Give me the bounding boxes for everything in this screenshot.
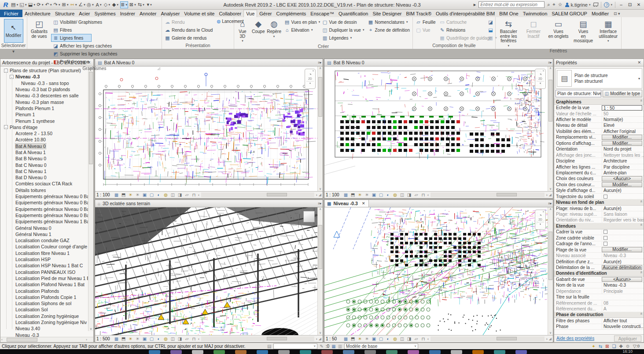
close-icon[interactable]: ✕ bbox=[637, 60, 642, 65]
tree-item[interactable]: Bat B Niveau 0 bbox=[0, 155, 93, 162]
tree-item[interactable]: Plans d'étage bbox=[0, 124, 93, 130]
property-row[interactable]: Titre sur la feuille bbox=[554, 294, 644, 300]
tree-item[interactable]: Niveau -0.3 bbox=[0, 74, 93, 80]
property-row[interactable]: Affichage des jonc... Nettoyer toutes le… bbox=[554, 152, 644, 158]
property-button[interactable]: Modifier... bbox=[602, 135, 642, 140]
hide-analytical-model-icon[interactable]: ▱ bbox=[413, 192, 419, 197]
text-icon[interactable]: A▼ bbox=[95, 1, 103, 8]
design-options-combo[interactable]: Modèle de base∨ bbox=[344, 343, 418, 349]
worksets-icon[interactable]: ▤ bbox=[267, 344, 271, 349]
tree-item[interactable]: Niveau -0.3 - sans topo bbox=[0, 80, 93, 86]
taskbar-app-icon[interactable] bbox=[192, 350, 203, 354]
ribbon-tab[interactable]: Fichier bbox=[0, 10, 22, 17]
legends-icon[interactable]: ▥Légendes▼ bbox=[320, 34, 365, 42]
default-3d-view-icon[interactable]: ◇▼ bbox=[103, 1, 111, 8]
tree-item[interactable]: Bat A Niveau 0 bbox=[0, 143, 93, 149]
switch-windows-icon[interactable]: ⇆▼ bbox=[137, 1, 145, 8]
switch-windows-icon[interactable]: ⇆ Basculer entre les fenêtres ▼ bbox=[497, 18, 521, 48]
3d-canvas[interactable] bbox=[95, 207, 317, 335]
thin-lines-icon[interactable]: ≣Lignes fines bbox=[51, 34, 92, 42]
shadows-icon[interactable]: ☀ bbox=[364, 192, 370, 197]
property-row[interactable]: Orientation du niv... Regarder vers le b… bbox=[554, 218, 644, 223]
checkbox[interactable] bbox=[604, 230, 607, 234]
ribbon-tab[interactable]: BIM Track® bbox=[404, 10, 434, 17]
ribbon-tab[interactable]: Systèmes bbox=[92, 10, 118, 17]
property-row[interactable]: Orientation Nord du projet Nord du proje… bbox=[554, 147, 644, 152]
tree-item[interactable]: Equipements généraux Niveau 0 Ba bbox=[0, 199, 93, 206]
taskbar-app-icon[interactable] bbox=[343, 350, 354, 354]
crop-view-icon[interactable]: ▣ bbox=[142, 192, 147, 197]
collapse-icon[interactable] bbox=[4, 125, 8, 129]
ribbon-tab[interactable]: Compléments bbox=[274, 10, 308, 17]
tree-item[interactable]: Niveau -0.3 descentes en salle bbox=[0, 92, 93, 99]
taskbar-app-icon[interactable] bbox=[515, 350, 527, 354]
modify-button[interactable]: ↖ Modifier bbox=[4, 19, 23, 43]
ribbon-tab[interactable]: Annoter bbox=[137, 10, 159, 17]
property-row[interactable]: Choix des couleur... Modifier... Modifie… bbox=[554, 182, 644, 188]
view-menu-icon[interactable]: ≡▾ bbox=[548, 202, 553, 206]
temporary-hide-isolate-icon[interactable]: ◐ bbox=[156, 336, 162, 341]
property-row[interactable]: Niveau de détail Elevé Elevé bbox=[554, 123, 644, 129]
property-row[interactable]: Filtre des phases Afficher tout Afficher… bbox=[554, 318, 644, 324]
plan-canvas[interactable] bbox=[324, 66, 548, 191]
viewport-horizontal-scrollbar[interactable] bbox=[201, 336, 314, 341]
property-row[interactable]: Remplacements vi... Modifier... Modifier… bbox=[554, 135, 644, 140]
drawing-area[interactable]: ✕◔2D▾ ∧∨ bbox=[324, 66, 553, 191]
scroll-left-icon[interactable]: ‹ bbox=[427, 337, 429, 341]
view-menu-icon[interactable]: ≡▾ bbox=[548, 61, 553, 65]
view-3d-icon[interactable]: ⌂ Vue 3D ▼ bbox=[235, 18, 250, 44]
property-row[interactable]: Etendues bbox=[554, 223, 644, 229]
property-row[interactable]: Nom de la vue Niveau -0.3 Niveau -0.3 bbox=[554, 283, 644, 288]
show-hidden-lines-icon[interactable]: ◪Afficher les lignes cachées bbox=[51, 42, 92, 50]
main-model-icon[interactable]: ▥ bbox=[338, 344, 342, 349]
ribbon-tab[interactable]: Analyser bbox=[159, 10, 182, 17]
ribbon-tab[interactable]: BIM One bbox=[497, 10, 520, 17]
plan-canvas[interactable] bbox=[95, 66, 317, 191]
customize-qat-icon[interactable]: ▾▼ bbox=[146, 1, 153, 8]
undo-icon[interactable]: ↶▼ bbox=[45, 1, 52, 8]
navigation-wheel[interactable]: ✕◔2D▾ bbox=[535, 210, 546, 230]
sheet-icon[interactable]: ▱Feuille bbox=[414, 18, 437, 26]
measure-icon[interactable]: ⇿▼ bbox=[70, 1, 77, 8]
user-interface-icon[interactable]: ▦ Interface utilisateur ▼ bbox=[596, 18, 620, 44]
sun-path-icon[interactable]: ☀ bbox=[128, 192, 133, 197]
taskbar-app-icon[interactable] bbox=[494, 350, 505, 354]
property-row[interactable]: Plage de la vue Modifier... Modifier... bbox=[554, 247, 644, 253]
publish-icon[interactable]: ❏ bbox=[612, 344, 616, 349]
taskbar-app-icon[interactable] bbox=[278, 350, 290, 354]
temporary-view-properties-icon[interactable]: ◨ bbox=[406, 192, 412, 197]
help-icon[interactable]: ?▾ bbox=[604, 2, 612, 7]
ribbon-display-toggle[interactable]: ⊡ ▾ bbox=[611, 10, 623, 17]
minimize-button[interactable]: – bbox=[618, 2, 624, 7]
checkbox[interactable] bbox=[604, 195, 607, 199]
plan-canvas[interactable] bbox=[324, 207, 548, 335]
view-icon[interactable]: ▢Vue bbox=[414, 26, 437, 34]
checkbox[interactable] bbox=[604, 236, 607, 240]
reveal-constraints-icon[interactable]: ⊓ bbox=[191, 336, 197, 341]
workset-sync-icon[interactable]: ⇆ bbox=[599, 344, 602, 349]
property-row[interactable]: Afficher le modèle Normal(e) Normal(e) bbox=[554, 117, 644, 122]
visual-style-icon[interactable]: ⬒ bbox=[350, 192, 356, 197]
tree-item[interactable]: Combles sociaux CTA Rack bbox=[0, 181, 93, 187]
property-row[interactable]: Cadrage de l'anno... bbox=[554, 241, 644, 247]
view-scale[interactable]: 1 : 100 bbox=[326, 192, 342, 197]
tree-item[interactable]: Plenum 1 bbox=[0, 111, 93, 118]
design-options-icon[interactable]: ⚙ bbox=[626, 344, 630, 349]
scroll-left-icon[interactable]: ‹ bbox=[427, 193, 429, 197]
sync-with-central-icon[interactable]: ⟳▼ bbox=[37, 1, 44, 8]
sun-path-icon[interactable]: ☀ bbox=[128, 336, 133, 341]
taskbar-app-icon[interactable] bbox=[429, 350, 441, 354]
close-hidden-windows-icon[interactable]: ⊠▼ bbox=[129, 1, 136, 8]
taskbar-app-icon[interactable] bbox=[235, 350, 247, 354]
view-scale[interactable]: 1 : 100 bbox=[96, 192, 112, 197]
property-row[interactable]: Style d'affichage d... Aucun(e) Aucun(e) bbox=[554, 188, 644, 194]
property-row[interactable]: Référencement de ... 08 08 bbox=[554, 300, 644, 306]
revisions-icon[interactable]: ✎Révisions bbox=[438, 26, 485, 34]
properties-help-link[interactable]: Aide des propriétés bbox=[556, 336, 594, 341]
worksharing-icon[interactable]: ✦ bbox=[592, 344, 595, 349]
ribbon-tab[interactable]: Structure bbox=[53, 10, 77, 17]
collapse-icon[interactable] bbox=[4, 69, 8, 73]
crop-view-icon[interactable]: ▣ bbox=[142, 336, 147, 341]
ribbon-tab[interactable]: Twinmotion bbox=[521, 10, 550, 17]
tree-item[interactable]: Localisation Siphons de sol bbox=[0, 300, 93, 306]
